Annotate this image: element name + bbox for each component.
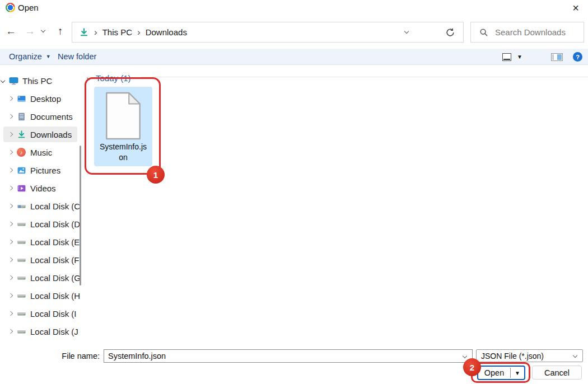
chevron-right-icon[interactable] <box>8 329 13 334</box>
help-icon[interactable]: ? <box>573 52 582 62</box>
sidebar-item-documents[interactable]: Documents <box>0 107 83 125</box>
group-divider <box>141 77 588 77</box>
chevron-right-icon[interactable] <box>8 257 13 262</box>
videos-icon <box>16 183 26 193</box>
sidebar-item-pictures[interactable]: Pictures <box>0 161 83 179</box>
chevron-right-icon[interactable] <box>8 132 13 137</box>
sidebar-item-label: Desktop <box>30 94 61 104</box>
file-name-dropdown-chevron-icon[interactable] <box>463 354 467 358</box>
breadcrumb-separator: › <box>137 27 141 37</box>
sidebar-item-label: Downloads <box>30 130 72 139</box>
chevron-right-icon[interactable] <box>8 204 13 208</box>
chevron-right-icon[interactable] <box>8 240 13 244</box>
sidebar-item-label: Local Disk (J <box>30 327 78 336</box>
forward-icon[interactable]: → <box>25 25 35 38</box>
disk-c-icon <box>16 201 26 211</box>
chevron-right-icon[interactable] <box>8 311 13 316</box>
file-type-select[interactable]: JSON File (*.json) <box>476 349 583 362</box>
chevron-down-icon[interactable] <box>1 78 5 83</box>
chevron-right-icon[interactable] <box>8 293 13 298</box>
sidebar-item-local-disk-c[interactable]: Local Disk (C <box>0 197 83 215</box>
disk-icon <box>16 308 26 319</box>
file-name-field-label: File name: <box>56 352 100 360</box>
view-dropdown-icon[interactable]: ▼ <box>517 54 522 60</box>
chevron-right-icon[interactable] <box>8 114 13 119</box>
new-folder-label: New folder <box>58 52 96 61</box>
sidebar-item-desktop[interactable]: Desktop <box>0 90 83 107</box>
up-icon[interactable]: ↑ <box>58 25 63 38</box>
sidebar-item-downloads[interactable]: Downloads <box>0 125 83 143</box>
close-icon[interactable]: × <box>567 0 585 16</box>
file-name-input[interactable] <box>104 352 463 360</box>
cancel-button[interactable]: Cancel <box>532 366 582 380</box>
address-dropdown-chevron-icon[interactable] <box>404 29 409 34</box>
sidebar-item-local-disk-d[interactable]: Local Disk (D <box>0 215 83 233</box>
sidebar-item-label: Local Disk (E <box>30 237 80 247</box>
recent-locations-chevron-icon[interactable] <box>41 28 45 32</box>
sidebar-item-label: Local Disk (F <box>30 255 80 265</box>
sidebar-item-local-disk-g[interactable]: Local Disk (G <box>0 269 83 287</box>
address-bar[interactable]: › This PC › Downloads <box>72 22 464 43</box>
chevron-right-icon[interactable] <box>8 186 13 190</box>
sidebar-item-videos[interactable]: Videos <box>0 179 83 197</box>
chevron-right-icon[interactable] <box>8 275 13 280</box>
chrome-icon <box>6 3 15 12</box>
refresh-icon[interactable] <box>445 27 455 38</box>
navigation-pane: This PC Desktop Documents <box>0 72 83 340</box>
organize-dropdown-icon: ▼ <box>46 54 51 59</box>
sidebar-item-label: This PC <box>22 76 52 86</box>
file-type-chevron-icon <box>573 353 577 357</box>
group-collapse-chevron-icon[interactable] <box>87 76 91 80</box>
sidebar-item-local-disk-e[interactable]: Local Disk (E <box>0 233 83 251</box>
group-header-today[interactable]: Today (1) <box>87 72 131 83</box>
disk-icon <box>16 273 26 283</box>
sidebar-item-label: Local Disk (G <box>30 273 81 283</box>
file-tile-systeminfo-json[interactable]: SystemInfo.json <box>94 87 152 166</box>
breadcrumb-this-pc[interactable]: This PC <box>102 27 132 37</box>
organize-button[interactable]: Organize ▼ <box>9 49 51 64</box>
sidebar-item-local-disk-h[interactable]: Local Disk (H <box>0 287 83 305</box>
desktop-icon <box>16 93 26 104</box>
organize-label: Organize <box>9 52 42 61</box>
search-box[interactable] <box>470 22 584 43</box>
pictures-icon <box>16 165 26 175</box>
file-type-value: JSON File (*.json) <box>481 352 544 360</box>
preview-pane-icon[interactable] <box>551 53 563 61</box>
file-name-combobox[interactable] <box>104 349 473 363</box>
disk-icon <box>16 291 26 301</box>
breadcrumb-downloads[interactable]: Downloads <box>146 27 187 37</box>
back-icon[interactable]: ← <box>6 25 16 38</box>
new-folder-button[interactable]: New folder <box>58 49 96 64</box>
title-bar: Open × <box>0 0 588 16</box>
sidebar-item-label: Local Disk (H <box>30 291 80 301</box>
sidebar-item-local-disk-j[interactable]: Local Disk (J <box>0 322 83 340</box>
sidebar-item-label: Pictures <box>30 166 60 175</box>
sidebar-item-label: Documents <box>30 112 73 121</box>
chevron-right-icon[interactable] <box>8 150 13 154</box>
search-icon <box>479 28 488 37</box>
change-view-icon[interactable] <box>502 53 511 61</box>
chevron-right-icon[interactable] <box>8 96 13 101</box>
annotation-step-1: 1 <box>147 166 165 184</box>
sidebar-item-label: Videos <box>30 184 56 193</box>
search-input[interactable] <box>495 27 579 37</box>
sidebar-item-label: Local Disk (D <box>30 219 80 229</box>
disk-icon <box>16 219 26 229</box>
window-title: Open <box>18 0 39 16</box>
downloads-icon <box>16 129 26 139</box>
sidebar-item-local-disk-f[interactable]: Local Disk (F <box>0 251 83 269</box>
disk-icon <box>16 326 26 336</box>
sidebar-item-local-disk-i[interactable]: Local Disk (I <box>0 305 83 322</box>
sidebar-item-label: Local Disk (C <box>30 202 80 211</box>
chevron-right-icon[interactable] <box>8 168 13 172</box>
sidebar-item-label: Music <box>30 148 52 157</box>
breadcrumb-separator: › <box>94 27 97 37</box>
sidebar-item-music[interactable]: ♪ Music <box>0 143 83 161</box>
sidebar-item-this-pc[interactable]: This PC <box>0 72 83 90</box>
sidebar-scrollbar[interactable] <box>80 146 81 285</box>
open-dropdown-icon[interactable]: ▼ <box>511 367 524 379</box>
file-name-label: SystemInfo.json <box>99 142 148 163</box>
open-button[interactable]: Open ▼ <box>477 366 525 380</box>
chevron-right-icon[interactable] <box>8 222 13 226</box>
downloads-location-icon <box>79 27 89 38</box>
